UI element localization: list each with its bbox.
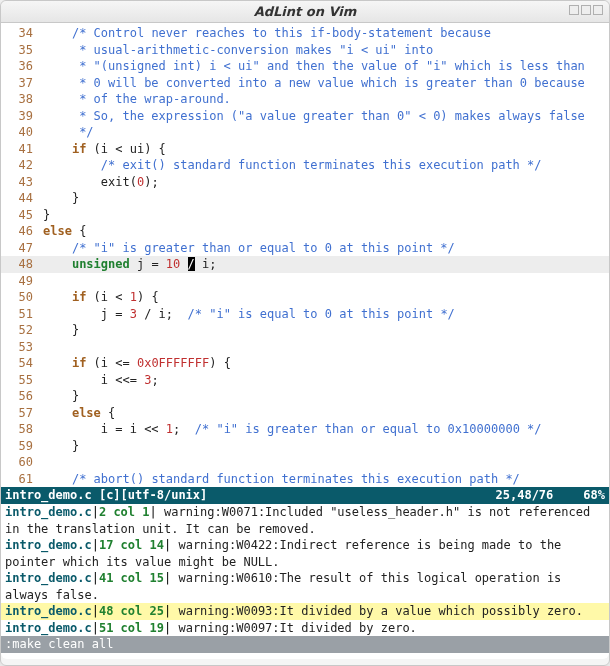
code-content: * of the wrap-around. <box>43 91 609 108</box>
code-content: * "(unsigned int) i < ui" and then the v… <box>43 58 609 75</box>
command-line[interactable]: :make clean all <box>1 636 609 653</box>
line-number: 49 <box>1 273 43 290</box>
line-number: 54 <box>1 355 43 372</box>
code-content: /* exit() standard function terminates t… <box>43 157 609 174</box>
line-number: 43 <box>1 174 43 191</box>
code-line[interactable]: 41 if (i < ui) { <box>1 141 609 158</box>
code-content: } <box>43 438 609 455</box>
spacer <box>1 653 609 659</box>
window-controls <box>569 5 603 15</box>
code-content: } <box>43 207 609 224</box>
code-editor[interactable]: 34 /* Control never reaches to this if-b… <box>1 23 609 487</box>
line-number: 35 <box>1 42 43 59</box>
minimize-icon[interactable] <box>569 5 579 15</box>
line-number: 51 <box>1 306 43 323</box>
code-content: /* Control never reaches to this if-body… <box>43 25 609 42</box>
code-line[interactable]: 35 * usual-arithmetic-conversion makes "… <box>1 42 609 59</box>
code-content <box>43 454 609 471</box>
qf-filename: intro_demo.c <box>5 604 92 618</box>
status-line: intro_demo.c [c][utf-8/unix] 25,48/76 68… <box>1 487 609 504</box>
code-content: */ <box>43 124 609 141</box>
quickfix-item[interactable]: intro_demo.c|41 col 15| warning:W0610:Th… <box>1 570 609 603</box>
code-line[interactable]: 38 * of the wrap-around. <box>1 91 609 108</box>
code-line[interactable]: 59 } <box>1 438 609 455</box>
code-line[interactable]: 60 <box>1 454 609 471</box>
code-line[interactable]: 39 * So, the expression ("a value greate… <box>1 108 609 125</box>
code-line[interactable]: 43 exit(0); <box>1 174 609 191</box>
line-number: 57 <box>1 405 43 422</box>
code-line[interactable]: 37 * 0 will be converted into a new valu… <box>1 75 609 92</box>
code-content: i = i << 1; /* "i" is greater than or eq… <box>43 421 609 438</box>
code-line[interactable]: 56 } <box>1 388 609 405</box>
code-content: exit(0); <box>43 174 609 191</box>
qf-message: warning:W0093:It divided by a value whic… <box>171 604 583 618</box>
code-content: /* abort() standard function terminates … <box>43 471 609 488</box>
code-line[interactable]: 42 /* exit() standard function terminate… <box>1 157 609 174</box>
qf-location: 48 col 25 <box>99 604 164 618</box>
line-number: 60 <box>1 454 43 471</box>
quickfix-item[interactable]: intro_demo.c|2 col 1| warning:W0071:Incl… <box>1 504 609 537</box>
line-number: 50 <box>1 289 43 306</box>
qf-filename: intro_demo.c <box>5 538 92 552</box>
code-content: /* "i" is greater than or equal to 0 at … <box>43 240 609 257</box>
line-number: 39 <box>1 108 43 125</box>
code-content: else { <box>43 405 609 422</box>
command-text: :make clean all <box>5 637 113 651</box>
line-number: 52 <box>1 322 43 339</box>
titlebar[interactable]: AdLint on Vim <box>1 1 609 23</box>
code-content <box>43 273 609 290</box>
code-line[interactable]: 48 unsigned j = 10 / i; <box>1 256 609 273</box>
code-content: } <box>43 190 609 207</box>
code-line[interactable]: 52 } <box>1 322 609 339</box>
code-content <box>43 339 609 356</box>
code-line[interactable]: 50 if (i < 1) { <box>1 289 609 306</box>
window-title: AdLint on Vim <box>254 4 357 19</box>
code-line[interactable]: 51 j = 3 / i; /* "i" is equal to 0 at th… <box>1 306 609 323</box>
maximize-icon[interactable] <box>581 5 591 15</box>
line-number: 40 <box>1 124 43 141</box>
code-line[interactable]: 44 } <box>1 190 609 207</box>
line-number: 56 <box>1 388 43 405</box>
code-content: * So, the expression ("a value greater t… <box>43 108 609 125</box>
code-line[interactable]: 45} <box>1 207 609 224</box>
code-line[interactable]: 46else { <box>1 223 609 240</box>
close-icon[interactable] <box>593 5 603 15</box>
code-content: unsigned j = 10 / i; <box>43 256 609 273</box>
quickfix-item[interactable]: intro_demo.c|48 col 25| warning:W0093:It… <box>1 603 609 620</box>
code-line[interactable]: 57 else { <box>1 405 609 422</box>
qf-filename: intro_demo.c <box>5 571 92 585</box>
code-line[interactable]: 55 i <<= 3; <box>1 372 609 389</box>
qf-message: warning:W0097:It divided by zero. <box>171 621 417 635</box>
line-number: 59 <box>1 438 43 455</box>
line-number: 34 <box>1 25 43 42</box>
code-line[interactable]: 54 if (i <= 0x0FFFFFFF) { <box>1 355 609 372</box>
quickfix-item[interactable]: intro_demo.c|51 col 19| warning:W0097:It… <box>1 620 609 637</box>
code-line[interactable]: 49 <box>1 273 609 290</box>
line-number: 37 <box>1 75 43 92</box>
line-number: 58 <box>1 421 43 438</box>
status-percent: 68% <box>583 487 605 504</box>
code-content: if (i < 1) { <box>43 289 609 306</box>
code-line[interactable]: 58 i = i << 1; /* "i" is greater than or… <box>1 421 609 438</box>
line-number: 41 <box>1 141 43 158</box>
qf-filename: intro_demo.c <box>5 621 92 635</box>
quickfix-item[interactable]: intro_demo.c|17 col 14| warning:W0422:In… <box>1 537 609 570</box>
line-number: 42 <box>1 157 43 174</box>
code-content: } <box>43 322 609 339</box>
line-number: 38 <box>1 91 43 108</box>
line-number: 53 <box>1 339 43 356</box>
code-line[interactable]: 34 /* Control never reaches to this if-b… <box>1 25 609 42</box>
code-line[interactable]: 53 <box>1 339 609 356</box>
code-line[interactable]: 36 * "(unsigned int) i < ui" and then th… <box>1 58 609 75</box>
qf-location: 41 col 15 <box>99 571 164 585</box>
code-line[interactable]: 47 /* "i" is greater than or equal to 0 … <box>1 240 609 257</box>
line-number: 44 <box>1 190 43 207</box>
code-content: i <<= 3; <box>43 372 609 389</box>
code-line[interactable]: 61 /* abort() standard function terminat… <box>1 471 609 488</box>
code-line[interactable]: 40 */ <box>1 124 609 141</box>
status-position: 25,48/76 <box>496 487 554 504</box>
qf-filename: intro_demo.c <box>5 505 92 519</box>
quickfix-list[interactable]: intro_demo.c|2 col 1| warning:W0071:Incl… <box>1 504 609 636</box>
line-number: 47 <box>1 240 43 257</box>
code-content: * 0 will be converted into a new value w… <box>43 75 609 92</box>
